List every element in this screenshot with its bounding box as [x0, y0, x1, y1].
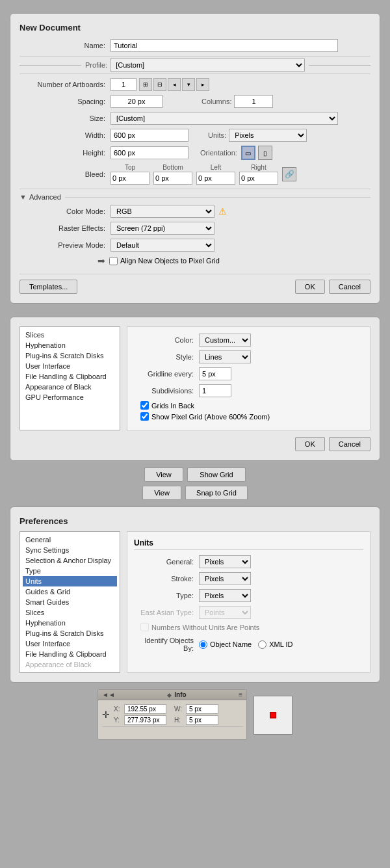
sidebar-item-selection[interactable]: Selection & Anchor Display — [23, 555, 117, 566]
sidebar-item-file2[interactable]: File Handling & Clipboard — [23, 649, 117, 659]
sidebar-item-hyphenation[interactable]: Hyphenation — [23, 340, 117, 350]
artboard-right-icon[interactable]: ▸ — [196, 78, 209, 91]
stroke-units-select[interactable]: Pixels — [199, 572, 251, 585]
pixel-preview — [254, 696, 292, 735]
sidebar-item-units[interactable]: Units — [23, 576, 117, 586]
h-value: 5 px — [186, 715, 218, 725]
dialog-title: New Document — [20, 23, 370, 33]
show-grid-view-button[interactable]: View — [144, 467, 183, 482]
guides-color-select[interactable]: Custom... — [199, 334, 251, 347]
columns-input[interactable] — [234, 95, 273, 108]
general-units-select[interactable]: Pixels — [199, 555, 251, 568]
units-section-title: Units — [134, 538, 363, 550]
sidebar-item-plugins2[interactable]: Plug-ins & Scratch Disks — [23, 628, 117, 638]
grids-in-back-row: Grids In Back — [134, 401, 363, 410]
units-select[interactable]: Pixels — [229, 129, 307, 142]
bleed-right-input[interactable] — [239, 172, 278, 185]
spacing-input[interactable] — [110, 95, 162, 108]
object-name-label[interactable]: Object Name — [199, 640, 252, 649]
sidebar-item-ui2[interactable]: User Interface — [23, 638, 117, 649]
sidebar-item-hyphenation2[interactable]: Hyphenation — [23, 618, 117, 628]
guides-style-select[interactable]: Lines — [199, 350, 251, 363]
raster-select[interactable]: Screen (72 ppi) — [110, 222, 214, 235]
sidebar-item-slices[interactable]: Slices — [23, 330, 117, 340]
preview-row: Preview Mode: Default — [20, 239, 370, 252]
artboards-label: Number of Artboards: — [20, 81, 110, 88]
color-mode-select[interactable]: RGB — [110, 205, 214, 218]
numbers-without-units-label: Numbers Without Units Are Points — [151, 624, 259, 631]
profile-select[interactable]: [Custom] — [110, 59, 305, 72]
portrait-btn[interactable]: ▭ — [241, 146, 255, 160]
sidebar-item-general[interactable]: General — [23, 534, 117, 545]
align-checkbox[interactable] — [109, 257, 118, 265]
advanced-toggle-icon: ▼ — [20, 193, 27, 201]
size-label: Size: — [20, 114, 110, 122]
object-name-radio[interactable] — [199, 640, 207, 649]
width-input[interactable] — [110, 129, 188, 142]
height-input[interactable] — [110, 146, 188, 159]
advanced-divider — [65, 197, 370, 198]
gridline-input[interactable] — [199, 367, 231, 380]
sidebar-item-plugins[interactable]: Plug-ins & Scratch Disks — [23, 350, 117, 361]
subdivisions-label: Subdivisions: — [134, 387, 199, 395]
preview-label: Preview Mode: — [20, 241, 110, 249]
snap-to-grid-view-button[interactable]: View — [142, 486, 181, 500]
templates-button[interactable]: Templates... — [20, 280, 77, 294]
snap-to-grid-button[interactable]: Snap to Grid — [185, 486, 248, 500]
info-panel-collapse[interactable]: ◄◄ — [102, 691, 115, 698]
sidebar-item-ui[interactable]: User Interface — [23, 361, 117, 371]
landscape-btn[interactable]: ▯ — [258, 146, 272, 160]
artboard-arrange-icon[interactable]: ⊟ — [153, 78, 166, 91]
bleed-top-input[interactable] — [110, 172, 150, 185]
align-checkbox-row: ➡ Align New Objects to Pixel Grid — [20, 256, 370, 266]
info-content: ✛ X: 192.55 px W: 5 px Y: 277.973 px H: … — [98, 700, 246, 739]
raster-label: Raster Effects: — [20, 224, 110, 232]
sidebar-item-file-handling[interactable]: File Handling & Clipboard — [23, 371, 117, 382]
x-value: 192.55 px — [124, 704, 166, 714]
sidebar-item-appearance-black[interactable]: Appearance of Black — [23, 382, 117, 392]
name-input[interactable] — [110, 39, 338, 52]
sidebar-item-type[interactable]: Type — [23, 566, 117, 576]
xml-id-radio[interactable] — [258, 640, 266, 649]
show-grid-row: View Show Grid — [144, 467, 246, 482]
size-row: Size: [Custom] — [20, 112, 370, 125]
size-select[interactable]: [Custom] — [110, 112, 338, 125]
show-grid-button[interactable]: Show Grid — [187, 467, 246, 482]
artboard-down-icon[interactable]: ▾ — [182, 78, 195, 91]
sidebar-item-guides-grid[interactable]: Guides & Grid — [23, 586, 117, 597]
numbers-without-units-checkbox — [140, 623, 149, 631]
artboard-left-icon[interactable]: ◂ — [168, 78, 181, 91]
bleed-link-btn[interactable]: 🔗 — [282, 167, 296, 181]
advanced-header[interactable]: ▼ Advanced — [20, 193, 370, 201]
grids-in-back-checkbox[interactable] — [140, 401, 149, 410]
numbers-without-units-row: Numbers Without Units Are Points — [134, 623, 363, 631]
grids-in-back-label: Grids In Back — [151, 402, 194, 410]
cancel-button[interactable]: Cancel — [329, 280, 370, 294]
bleed-bottom-input[interactable] — [153, 172, 192, 185]
guides-ok-button[interactable]: OK — [295, 437, 325, 451]
bleed-left-input[interactable] — [196, 172, 235, 185]
guides-cancel-button[interactable]: Cancel — [329, 437, 370, 451]
show-pixel-checkbox[interactable] — [140, 412, 149, 421]
artboard-grid-icon[interactable]: ⊞ — [139, 78, 152, 91]
sidebar-item-gpu[interactable]: GPU Performance — [23, 392, 117, 402]
ok-cancel-group: OK Cancel — [295, 280, 370, 294]
subdivisions-row: Subdivisions: — [134, 384, 363, 397]
sidebar-item-slices2[interactable]: Slices — [23, 607, 117, 618]
bleed-left-group: Left — [196, 164, 235, 185]
sidebar-item-sync[interactable]: Sync Settings — [23, 545, 117, 555]
stroke-units-label: Stroke: — [134, 575, 199, 583]
sidebar-item-smart-guides[interactable]: Smart Guides — [23, 597, 117, 607]
type-units-select[interactable]: Pixels — [199, 589, 251, 602]
east-asian-label: East Asian Type: — [134, 609, 199, 616]
guides-color-row: Color: Custom... — [134, 334, 363, 347]
info-panel-menu[interactable]: ≡ — [239, 691, 242, 698]
artboards-input[interactable] — [110, 78, 136, 91]
bleed-bottom-group: Bottom — [153, 164, 192, 185]
xml-id-label[interactable]: XML ID — [258, 640, 292, 649]
preview-select[interactable]: Default — [110, 239, 214, 252]
ok-button[interactable]: OK — [295, 280, 325, 294]
subdivisions-input[interactable] — [199, 384, 231, 397]
show-pixel-label: Show Pixel Grid (Above 600% Zoom) — [151, 413, 270, 421]
identify-objects-row: Identify Objects By: Object Name XML ID — [134, 637, 363, 652]
